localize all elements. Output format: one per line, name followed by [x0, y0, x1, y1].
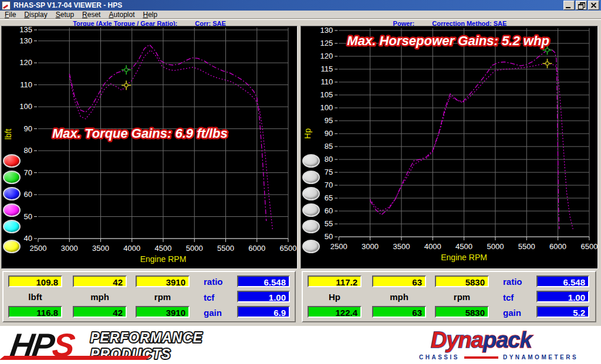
torque-channel-button-1[interactable]	[3, 154, 21, 168]
power-channel-button-4[interactable]	[302, 203, 320, 217]
power-baseline-rpm: 5830	[435, 275, 489, 287]
ratio-label: ratio	[204, 277, 234, 287]
svg-text:5000: 5000	[186, 244, 203, 253]
torque-ratio-value: 6.548	[237, 275, 290, 287]
torque-results-panel: 109.8 42 3910 lbft mph rpm 116.8 42 3910…	[2, 271, 296, 322]
svg-text:4500: 4500	[455, 242, 472, 251]
mph-unit-label: mph	[372, 292, 426, 302]
menu-help[interactable]: Help	[143, 11, 158, 19]
torque-channel-button-3[interactable]	[3, 187, 21, 200]
gain-label: gain	[204, 308, 234, 318]
chart-row: 4050607080901001101201301352500300035004…	[0, 26, 601, 269]
svg-text:6500: 6500	[280, 244, 297, 253]
window-title: RHAS-SP V1.7-04 VIEWER - HPS	[13, 1, 122, 9]
svg-text:120: 120	[19, 58, 32, 67]
svg-text:PERFORMANCE: PERFORMANCE	[90, 330, 202, 345]
menu-setup[interactable]: Setup	[56, 11, 74, 19]
title-bar: RHAS-SP V1.7-04 VIEWER - HPS	[0, 0, 601, 11]
svg-text:5500: 5500	[217, 244, 234, 253]
torque-baseline-value: 109.8	[8, 275, 62, 287]
svg-text:80: 80	[325, 155, 333, 164]
power-chart[interactable]: 5055606570758085909510010511011512012513…	[300, 26, 598, 269]
power-channel-button-2[interactable]	[302, 171, 320, 184]
svg-text:4000: 4000	[123, 244, 140, 253]
torque-channel-button-2[interactable]	[3, 171, 21, 184]
power-modified-mph: 63	[372, 306, 426, 318]
power-results-panel: 117.2 63 5830 Hp mph rpm 122.4 63 5830 r…	[302, 271, 596, 322]
svg-text:3000: 3000	[61, 244, 78, 253]
svg-text:70: 70	[24, 168, 32, 177]
svg-text:110: 110	[20, 80, 32, 89]
svg-text:115: 115	[320, 64, 333, 73]
menu-reset[interactable]: Reset	[82, 11, 100, 19]
dynapack-wordmark: Dynapack	[411, 329, 593, 353]
torque-modified-value: 116.8	[8, 306, 62, 318]
svg-text:125: 125	[320, 39, 333, 47]
svg-text:lbft: lbft	[4, 129, 13, 140]
torque-unit-label: lbft	[8, 292, 62, 302]
rpm-unit-label: rpm	[435, 292, 489, 302]
torque-channel-button-6[interactable]	[3, 240, 21, 253]
power-channel-button-3[interactable]	[302, 187, 320, 200]
torque-channel-button-5[interactable]	[3, 220, 21, 233]
svg-text:90: 90	[24, 124, 32, 133]
svg-text:3000: 3000	[362, 242, 379, 251]
svg-text:Max. Torque Gains: 6.9 ft/lbs: Max. Torque Gains: 6.9 ft/lbs	[52, 126, 228, 141]
close-button[interactable]	[588, 1, 599, 10]
svg-text:6500: 6500	[580, 242, 597, 251]
power-chart-plot[interactable]: 5055606570758085909510010511011512012513…	[301, 26, 597, 268]
minimize-icon	[566, 7, 570, 8]
svg-text:2500: 2500	[30, 244, 47, 253]
power-channel-button-1[interactable]	[302, 154, 320, 168]
rpm-unit-label: rpm	[136, 292, 190, 302]
svg-text:Engine RPM: Engine RPM	[441, 253, 487, 262]
torque-channel-button-4[interactable]	[3, 203, 21, 217]
hps-swoosh	[0, 356, 151, 360]
svg-text:60: 60	[24, 190, 32, 199]
menu-bar: File Display Setup Reset Autoplot Help	[0, 11, 601, 19]
minimize-button[interactable]	[563, 1, 575, 10]
restore-button[interactable]	[576, 1, 587, 10]
svg-text:50: 50	[24, 212, 32, 221]
svg-text:Max. Horsepower Gains: 5.2 wh: Max. Horsepower Gains: 5.2 whp	[347, 33, 549, 48]
torque-gain-value: 6.9	[237, 306, 290, 318]
power-channel-button-6[interactable]	[302, 240, 320, 253]
svg-text:75: 75	[325, 168, 333, 176]
svg-text:110: 110	[320, 77, 333, 86]
gain-label: gain	[503, 308, 534, 318]
svg-text:100: 100	[320, 103, 333, 112]
svg-text:3500: 3500	[393, 242, 410, 251]
svg-text:2500: 2500	[330, 242, 347, 251]
svg-text:100: 100	[19, 102, 32, 111]
power-channel-button-5[interactable]	[302, 220, 320, 233]
menu-file[interactable]: File	[5, 11, 16, 19]
hps-logo: HPS PERFORMANCE PRODUCTS	[11, 327, 211, 363]
power-gain-value: 5.2	[536, 306, 589, 318]
torque-tcf-value: 1.00	[237, 291, 290, 302]
svg-text:65: 65	[325, 193, 333, 202]
app-window: RHAS-SP V1.7-04 VIEWER - HPS File Displa…	[0, 0, 601, 364]
torque-chart[interactable]: 4050607080901001101201301352500300035004…	[1, 26, 298, 269]
menu-display[interactable]: Display	[24, 11, 47, 19]
svg-text:105: 105	[320, 90, 333, 99]
svg-text:70: 70	[325, 181, 333, 189]
svg-text:5000: 5000	[487, 242, 504, 251]
power-modified-rpm: 5830	[435, 306, 489, 318]
svg-text:4500: 4500	[155, 244, 172, 253]
power-modified-value: 122.4	[308, 306, 362, 318]
svg-text:6000: 6000	[248, 244, 265, 253]
tcf-label: tcf	[503, 292, 534, 302]
hp-unit-label: Hp	[308, 292, 362, 302]
svg-text:130: 130	[320, 26, 333, 35]
torque-chart-plot[interactable]: 4050607080901001101201301352500300035004…	[2, 26, 297, 268]
menu-autoplot[interactable]: Autoplot	[109, 11, 134, 19]
power-tcf-value: 1.00	[536, 291, 589, 302]
svg-text:130: 130	[19, 36, 32, 45]
torque-baseline-mph: 42	[73, 275, 127, 287]
svg-text:Dynapack: Dynapack	[431, 329, 533, 352]
svg-text:3500: 3500	[92, 244, 109, 253]
dynapack-subtitle: CHASSIS DYNAMOMETERS	[411, 354, 593, 360]
results-row: 109.8 42 3910 lbft mph rpm 116.8 42 3910…	[0, 269, 601, 326]
dynapack-logo: Dynapack CHASSIS DYNAMOMETERS	[411, 329, 593, 360]
dynapack-red-bar	[464, 356, 498, 359]
